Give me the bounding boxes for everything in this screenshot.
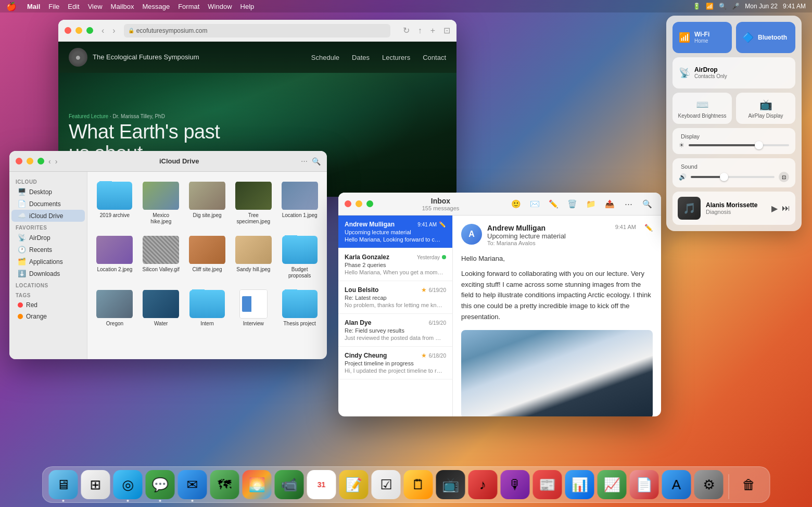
menubar-siri-icon[interactable]: 🎤 (732, 3, 740, 10)
finder-file-item[interactable]: Silicon Valley.gif (140, 232, 182, 282)
browser-tabs-button[interactable]: ⊡ (443, 26, 450, 35)
dock-icon-photos[interactable]: 🌅 (243, 470, 272, 499)
dock-icon-trash[interactable]: 🗑 (734, 470, 764, 499)
browser-forward-button[interactable]: › (112, 26, 115, 35)
finder-close-button[interactable] (16, 158, 22, 164)
mail-minimize-button[interactable] (356, 200, 362, 207)
sidebar-item-airdrop[interactable]: 📡 AirDrop (11, 232, 85, 244)
sidebar-item-documents[interactable]: 📄 Documents (11, 198, 85, 210)
sidebar-tag-red[interactable]: Red (11, 299, 85, 311)
mail-list-item[interactable]: Cindy Cheung ★ 6/18/20 Project timeline … (338, 347, 452, 379)
site-nav-schedule[interactable]: Schedule (311, 54, 339, 61)
dock-icon-pages[interactable]: 📄 (630, 470, 659, 499)
menubar-search-icon[interactable]: 🔍 (719, 3, 727, 10)
mail-search-button[interactable]: 🔍 (639, 197, 655, 211)
browser-zoom-button[interactable] (86, 27, 93, 34)
mail-forward-button[interactable]: ✉️ (527, 197, 542, 211)
sidebar-tag-orange[interactable]: Orange (11, 311, 85, 322)
finder-zoom-button[interactable] (37, 158, 44, 164)
dock-icon-facetime[interactable]: 📹 (275, 470, 304, 499)
dock-icon-messages[interactable]: 💬 (146, 470, 175, 499)
finder-forward-button[interactable]: › (55, 157, 58, 166)
dock-icon-syspreferences[interactable]: ⚙ (694, 470, 724, 499)
finder-file-item[interactable]: Mexico hike.jpeg (140, 178, 182, 228)
finder-back-button[interactable]: ‹ (48, 157, 51, 166)
address-bar[interactable]: 🔒 ecofuturesymposium.com (124, 24, 390, 37)
sound-output-icon[interactable]: ⊡ (779, 172, 789, 182)
dock-icon-safari[interactable]: ◎ (113, 470, 143, 499)
mail-list-item[interactable]: Karla Gonzalez Yesterday Phase 2 queries… (338, 248, 452, 281)
mail-flag-button[interactable]: 🗑️ (564, 197, 580, 211)
cc-keyboard-brightness-tile[interactable]: ⌨️ Keyboard Brightness (673, 93, 732, 124)
cc-display-slider[interactable]: Display ☀ (673, 128, 795, 154)
finder-file-item[interactable]: Thesis project (278, 286, 321, 330)
finder-file-item[interactable]: Budget proposals (278, 232, 321, 282)
dock-icon-finder[interactable]: 🖥 (49, 470, 78, 499)
volume-slider[interactable] (691, 176, 775, 178)
mail-zoom-button[interactable] (366, 200, 373, 207)
finder-file-item[interactable]: Oregon (94, 286, 136, 330)
menubar-file[interactable]: File (48, 3, 59, 10)
dock-icon-keynote[interactable]: 📊 (565, 470, 594, 499)
mail-spam-button[interactable]: 📤 (602, 197, 617, 211)
browser-back-button[interactable]: ‹ (102, 26, 104, 35)
dock-icon-podcasts[interactable]: 🎙 (501, 470, 530, 499)
brightness-slider[interactable] (689, 144, 789, 146)
finder-file-item[interactable]: Water (140, 286, 182, 330)
mail-list-item[interactable]: Andrew Mulligan 9:41 AM ✏️ Upcoming lect… (338, 216, 452, 248)
finder-file-item[interactable]: Cliff site.jpeg (186, 232, 229, 282)
finder-file-item[interactable]: Intern (186, 286, 229, 330)
dock-icon-music[interactable]: ♪ (468, 470, 498, 499)
browser-close-button[interactable] (65, 27, 71, 34)
menubar-view[interactable]: View (88, 3, 103, 10)
finder-file-item[interactable]: Dig site.jpeg (186, 178, 229, 228)
mail-archive-button[interactable]: 📁 (583, 197, 599, 211)
dock-icon-stickies[interactable]: 🗒 (404, 470, 433, 499)
finder-file-item[interactable]: Location 1.jpeg (278, 178, 321, 228)
mail-close-button[interactable] (345, 200, 351, 207)
finder-search-button[interactable]: 🔍 (312, 157, 321, 166)
menubar-edit[interactable]: Edit (68, 3, 79, 10)
dock-icon-notes[interactable]: 📝 (339, 470, 369, 499)
dock-icon-maps[interactable]: 🗺 (210, 470, 239, 499)
menubar-help[interactable]: Help (240, 3, 255, 10)
mail-compose-button[interactable]: ✏️ (545, 197, 561, 211)
mail-list-item[interactable]: Alan Dye 6/19/20 Re: Field survey result… (338, 314, 452, 347)
dock-icon-reminders[interactable]: ☑ (372, 470, 401, 499)
mail-list-item[interactable]: Lou Belsito ★ 6/19/20 Re: Latest recap N… (338, 281, 452, 314)
dock-icon-launchpad[interactable]: ⊞ (81, 470, 110, 499)
sidebar-item-downloads[interactable]: ⬇️ Downloads (11, 268, 85, 280)
menubar-mailbox[interactable]: Mailbox (111, 3, 134, 10)
browser-share-button[interactable]: ↑ (418, 26, 422, 35)
mail-reaction-button[interactable]: 🙂 (508, 197, 524, 211)
site-nav-contact[interactable]: Contact (423, 54, 446, 61)
finder-file-item[interactable]: Tree specimen.jpeg (232, 178, 274, 228)
dock-icon-numbers[interactable]: 📈 (598, 470, 627, 499)
cc-airdrop-tile[interactable]: 📡 AirDrop Contacts Only (673, 57, 795, 88)
browser-minimize-button[interactable] (75, 27, 82, 34)
menubar-format[interactable]: Format (178, 3, 199, 10)
dock-icon-mail[interactable]: ✉ (178, 470, 207, 499)
volume-thumb[interactable] (720, 173, 728, 181)
finder-view-options[interactable]: ⋯ (301, 157, 308, 165)
cc-airplay-display-tile[interactable]: 📺 AirPlay Display (736, 93, 795, 124)
finder-file-item[interactable]: Interview (232, 286, 274, 330)
sidebar-item-icloud-drive[interactable]: ☁️ iCloud Drive (11, 210, 85, 222)
finder-file-item[interactable]: 2019 archive (94, 178, 136, 228)
brightness-thumb[interactable] (755, 141, 763, 149)
apple-menu[interactable]: 🍎 (6, 2, 17, 11)
menubar-app[interactable]: Mail (27, 3, 40, 10)
site-nav-lecturers[interactable]: Lecturers (382, 54, 410, 61)
cc-sound-slider[interactable]: Sound 🔊 ⊡ (673, 158, 795, 187)
sidebar-item-recents[interactable]: 🕐 Recents (11, 244, 85, 256)
play-button[interactable]: ▶ (771, 204, 778, 213)
skip-button[interactable]: ⏭ (782, 204, 790, 213)
browser-reload-button[interactable]: ↻ (403, 26, 410, 35)
menubar-window[interactable]: Window (208, 3, 232, 10)
finder-minimize-button[interactable] (27, 158, 33, 164)
sidebar-item-applications[interactable]: 🗂️ Applications (11, 256, 85, 268)
finder-file-item[interactable]: Sandy hill.jpeg (232, 232, 274, 282)
browser-add-tab-button[interactable]: + (430, 26, 435, 35)
dock-icon-calendar[interactable]: 31 (307, 470, 336, 499)
cc-bluetooth-tile[interactable]: 🔷 Bluetooth (736, 22, 795, 53)
